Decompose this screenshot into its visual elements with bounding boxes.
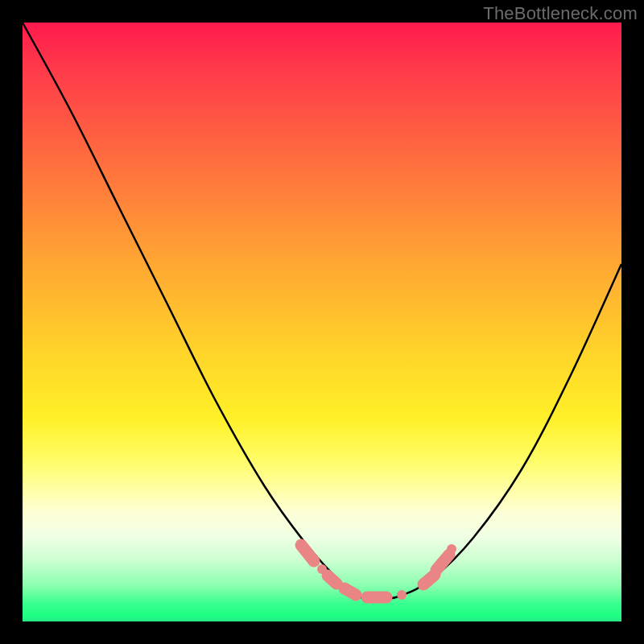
marker-capsule [328,576,336,584]
marker-capsule [345,588,356,595]
bottleneck-curve-svg [23,23,621,621]
marker-capsule [423,575,435,584]
chart-area [23,23,621,621]
marker-dot [447,544,456,554]
marker-dot [317,564,327,574]
watermark-text: TheBottleneck.com [483,3,638,24]
bottleneck-curve [23,23,621,599]
marker-capsule [301,545,314,561]
marker-dot [397,590,407,600]
curve-markers [301,544,456,600]
marker-capsule [436,555,449,570]
